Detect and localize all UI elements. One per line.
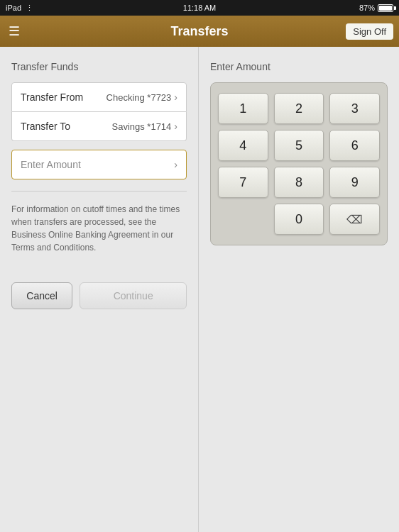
numpad-key-0[interactable]: 0 (274, 204, 324, 235)
backspace-key[interactable]: ⌫ (329, 204, 380, 235)
right-panel: Enter Amount 1234567890⌫ (199, 47, 399, 532)
page-title: Transfers (170, 24, 228, 39)
transfer-to-value: Savings *1714 › (111, 121, 177, 132)
backspace-icon: ⌫ (346, 213, 363, 226)
numpad-key-6[interactable]: 6 (329, 130, 380, 161)
empty-key-9 (218, 204, 268, 235)
transfer-to-label: Transfer To (21, 121, 70, 132)
numpad-key-4[interactable]: 4 (218, 130, 268, 161)
numpad-grid: 1234567890⌫ (218, 93, 380, 235)
chevron-right-icon-3: › (174, 159, 177, 170)
numpad-key-8[interactable]: 8 (274, 167, 324, 198)
battery-percent: 87% (359, 4, 375, 12)
info-text: For information on cutoff times and the … (11, 191, 187, 254)
cancel-button[interactable]: Cancel (11, 282, 72, 309)
transfer-from-value: Checking *7723 › (106, 92, 177, 103)
numpad: 1234567890⌫ (210, 82, 388, 245)
transfer-from-row[interactable]: Transfer From Checking *7723 › (11, 82, 187, 112)
numpad-key-1[interactable]: 1 (218, 93, 268, 124)
main-content: Transfer Funds Transfer From Checking *7… (0, 47, 399, 532)
transfer-section-title: Transfer Funds (11, 61, 187, 72)
menu-button[interactable]: ☰ (9, 23, 20, 39)
menu-icon: ☰ (9, 24, 20, 38)
chevron-right-icon: › (174, 92, 177, 103)
battery-icon (378, 4, 393, 12)
signoff-button[interactable]: Sign Off (346, 23, 393, 40)
status-bar: iPad ⋮ 11:18 AM 87% (0, 0, 399, 16)
enter-amount-row[interactable]: Enter Amount › (11, 150, 187, 179)
wifi-icon: ⋮ (26, 4, 33, 13)
transfer-to-row[interactable]: Transfer To Savings *1714 › (11, 112, 187, 141)
header: ☰ Transfers Sign Off (0, 16, 399, 47)
numpad-key-3[interactable]: 3 (329, 93, 380, 124)
continue-button: Continue (80, 282, 187, 309)
action-buttons: Cancel Continue (11, 275, 187, 309)
numpad-key-9[interactable]: 9 (329, 167, 380, 198)
device-label: iPad (6, 4, 21, 12)
left-panel: Transfer Funds Transfer From Checking *7… (0, 47, 199, 532)
time-display: 11:18 AM (183, 4, 216, 12)
enter-amount-title: Enter Amount (210, 61, 388, 72)
numpad-key-2[interactable]: 2 (274, 93, 324, 124)
transfer-from-label: Transfer From (21, 92, 83, 103)
numpad-key-5[interactable]: 5 (274, 130, 324, 161)
numpad-key-7[interactable]: 7 (218, 167, 268, 198)
chevron-right-icon-2: › (174, 121, 177, 132)
amount-label: Enter Amount (21, 159, 81, 170)
